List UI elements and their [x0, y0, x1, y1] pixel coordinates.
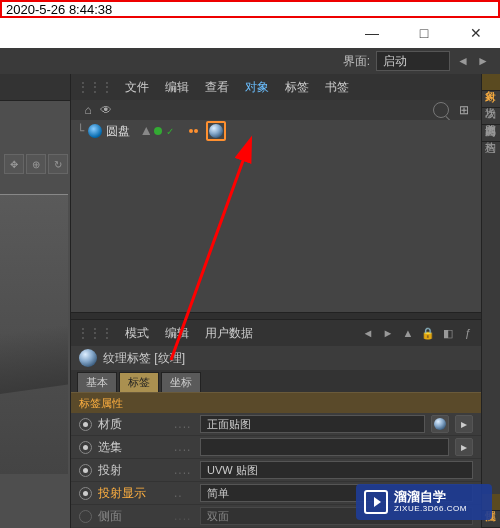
object-name[interactable]: 圆盘 [106, 123, 130, 140]
viewport-nav-icons: ✥ ⊕ ↻ [4, 154, 68, 174]
function-icon[interactable]: ƒ [461, 326, 475, 340]
visibility-dot-icon[interactable] [154, 127, 162, 135]
menu-edit2[interactable]: 编辑 [159, 325, 195, 342]
object-row[interactable]: └ 圆盘 ✓ [71, 120, 481, 142]
disc-object-icon [88, 124, 102, 138]
new-window-icon[interactable]: ◧ [441, 326, 455, 340]
timestamp-text: 2020-5-26 8:44:38 [6, 2, 112, 17]
tab-base[interactable]: 基本 [77, 372, 117, 392]
attribute-title: 纹理标签 [纹理] [103, 350, 185, 367]
prop-projection-value[interactable]: UVW 贴图 [200, 461, 473, 479]
maximize-button[interactable]: □ [408, 25, 440, 41]
menu-userdata[interactable]: 用户数据 [199, 325, 259, 342]
object-manager-tree[interactable]: └ 圆盘 ✓ [71, 120, 481, 312]
prop-display-label: 投射显示 [98, 485, 168, 502]
search-icon[interactable] [433, 102, 449, 118]
watermark: 溜溜自学 ZIXUE.3D66.COM [356, 484, 492, 520]
minimize-button[interactable]: — [356, 25, 388, 41]
radio-icon[interactable] [79, 464, 92, 477]
texture-tag-icon [209, 124, 223, 138]
expand-icon[interactable]: ⊞ [457, 103, 471, 117]
app-body: ✥ ⊕ ↻ ⋮⋮⋮ 文件 编辑 查看 对象 标签 书签 ⌂ 👁 ⊞ └ 圆盘 [0, 74, 500, 528]
radio-icon[interactable] [79, 441, 92, 454]
texture-tag-selected[interactable] [206, 121, 226, 141]
tree-line: └ [77, 124, 84, 138]
texture-icon [79, 349, 97, 367]
rtab-structure[interactable]: 构造 [482, 125, 500, 142]
rtab-browser[interactable]: 内容浏览器 [482, 108, 500, 125]
dots-icon: .... [174, 463, 194, 477]
viewport-3d[interactable] [0, 194, 68, 474]
main-panels: ⋮⋮⋮ 文件 编辑 查看 对象 标签 书签 ⌂ 👁 ⊞ └ 圆盘 ✓ [71, 74, 481, 528]
prop-projection-label: 投射 [98, 462, 168, 479]
home-icon[interactable]: ⌂ [81, 103, 95, 117]
nav-back-icon[interactable]: ◄ [361, 326, 375, 340]
dots-icon: .. [174, 486, 194, 500]
layout-dropdown[interactable]: 启动 [376, 51, 450, 71]
tab-coord[interactable]: 坐标 [161, 372, 201, 392]
nav-move-icon[interactable]: ✥ [4, 154, 24, 174]
sphere-icon [434, 418, 446, 430]
dots-icon: .... [174, 440, 194, 454]
prop-material-row: 材质 .... 正面贴图 ▸ [71, 413, 481, 436]
material-arrow-button[interactable]: ▸ [455, 415, 473, 433]
radio-icon[interactable] [79, 418, 92, 431]
section-header: 标签属性 [71, 392, 481, 413]
rtab-takes[interactable]: 场次 [482, 91, 500, 108]
eye-icon[interactable]: 👁 [99, 103, 113, 117]
dots-icon: .... [174, 417, 194, 431]
prop-selection-label: 选集 [98, 439, 168, 456]
attribute-nav-icons: ◄ ► ▲ 🔒 ◧ ƒ [361, 326, 475, 340]
attribute-header: 纹理标签 [纹理] [71, 346, 481, 370]
object-manager-menu: ⋮⋮⋮ 文件 编辑 查看 对象 标签 书签 [71, 74, 481, 100]
check-icon[interactable]: ✓ [166, 126, 176, 136]
close-button[interactable]: ✕ [460, 25, 492, 41]
radio-icon[interactable] [79, 510, 92, 523]
prop-projection-row: 投射 .... UVW 贴图 [71, 459, 481, 482]
window-titlebar: — □ ✕ [0, 18, 500, 48]
prop-side-label: 侧面 [98, 508, 168, 525]
lock-icon[interactable]: 🔒 [421, 326, 435, 340]
viewport-panel: ✥ ⊕ ↻ [0, 74, 71, 528]
menu-file[interactable]: 文件 [119, 79, 155, 96]
prop-selection-value[interactable] [200, 438, 449, 456]
material-preview-button[interactable] [431, 415, 449, 433]
nav-up-icon[interactable]: ▲ [401, 326, 415, 340]
viewport-toolbar [0, 74, 70, 101]
watermark-title: 溜溜自学 [394, 490, 467, 504]
prop-selection-row: 选集 .... ▸ [71, 436, 481, 459]
menu-object[interactable]: 对象 [239, 79, 275, 96]
right-tabs-upper: 对象 场次 内容浏览器 构造 属性 层 [481, 74, 500, 528]
chevron-right-icon[interactable]: ► [476, 54, 490, 68]
prop-material-value[interactable]: 正面贴图 [200, 415, 425, 433]
play-icon [364, 490, 388, 514]
grip-icon[interactable]: ⋮⋮⋮ [77, 326, 113, 340]
grip-icon[interactable]: ⋮⋮⋮ [77, 80, 113, 94]
nav-rotate-icon[interactable]: ↻ [48, 154, 68, 174]
tab-tag[interactable]: 标签 [119, 372, 159, 392]
attribute-manager-menu: ⋮⋮⋮ 模式 编辑 用户数据 ◄ ► ▲ 🔒 ◧ ƒ [71, 320, 481, 346]
menu-view[interactable]: 查看 [199, 79, 235, 96]
watermark-url: ZIXUE.3D66.COM [394, 505, 467, 514]
panel-resize-handle[interactable] [71, 312, 481, 320]
menu-bookmarks[interactable]: 书签 [319, 79, 355, 96]
rtab-object[interactable]: 对象 [482, 74, 500, 91]
phong-tag-icon[interactable] [186, 124, 200, 138]
object-manager-toolbar: ⌂ 👁 ⊞ [71, 100, 481, 120]
radio-icon[interactable] [79, 487, 92, 500]
chevron-left-icon[interactable]: ◄ [456, 54, 470, 68]
nav-zoom-icon[interactable]: ⊕ [26, 154, 46, 174]
selection-arrow-button[interactable]: ▸ [455, 438, 473, 456]
menu-tags[interactable]: 标签 [279, 79, 315, 96]
layout-label: 界面: [343, 53, 370, 70]
layer-icon[interactable] [142, 127, 150, 135]
menu-edit[interactable]: 编辑 [159, 79, 195, 96]
menu-mode[interactable]: 模式 [119, 325, 155, 342]
attribute-tabs: 基本 标签 坐标 [71, 370, 481, 392]
prop-material-label: 材质 [98, 416, 168, 433]
nav-fwd-icon[interactable]: ► [381, 326, 395, 340]
layout-bar: 界面: 启动 ◄ ► [0, 48, 500, 74]
timestamp-bar: 2020-5-26 8:44:38 [0, 0, 500, 18]
dots-icon: .... [174, 509, 194, 523]
